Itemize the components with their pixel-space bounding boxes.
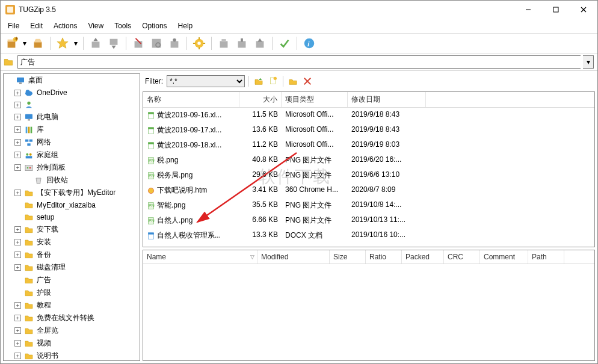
tree-item[interactable]: 护眼 <box>4 286 140 299</box>
tree-item[interactable]: +说明书 <box>4 350 140 361</box>
expand-icon[interactable]: + <box>14 190 21 196</box>
new-file-button[interactable] <box>267 75 279 87</box>
install-button[interactable] <box>167 36 182 51</box>
expand-icon[interactable]: + <box>14 90 21 96</box>
menu-file[interactable]: File <box>3 20 24 32</box>
pathbar: ▾ <box>1 54 597 70</box>
expand-icon[interactable]: + <box>14 139 21 146</box>
archive-col-size[interactable]: Size <box>330 250 366 264</box>
file-row[interactable]: 黄波2019-09-18.xl...11.2 KBMicrosoft Offi.… <box>143 138 594 153</box>
minimize-button[interactable] <box>514 1 542 19</box>
menu-help[interactable]: Help <box>173 20 198 32</box>
file-row[interactable]: PNG智能.png35.5 KBPNG 图片文件2019/10/8 14:... <box>143 198 594 213</box>
maximize-button[interactable] <box>542 1 570 19</box>
file-row[interactable]: 下载吧说明.htm3.41 KB360 Chrome H...2020/8/7 … <box>143 183 594 198</box>
expand-icon[interactable]: + <box>14 353 21 359</box>
extract-button[interactable] <box>106 36 121 51</box>
col-name[interactable]: 名称 <box>143 92 239 107</box>
tree-item[interactable]: setup <box>4 211 140 223</box>
expand-icon[interactable]: + <box>14 114 21 120</box>
file-row[interactable]: PNG税务局.png29.6 KBPNG 图片文件2019/6/6 13:10 <box>143 168 594 183</box>
file-row[interactable]: 自然人税收管理系...13.3 KBDOCX 文档2019/10/16 10:.… <box>143 228 594 243</box>
delete-button[interactable] <box>131 36 146 51</box>
file-row[interactable]: PNG税.png40.8 KBPNG 图片文件2019/6/20 16:... <box>143 153 594 168</box>
archive-col-name[interactable]: Name▽ <box>143 250 257 264</box>
up-folder-button[interactable] <box>253 75 265 87</box>
expand-icon[interactable]: + <box>14 239 21 245</box>
tree-item[interactable]: +网络 <box>4 136 140 149</box>
path-input[interactable] <box>17 55 581 69</box>
expand-icon[interactable]: + <box>14 315 21 321</box>
menu-actions[interactable]: Actions <box>49 20 82 32</box>
favorites-button[interactable] <box>55 36 70 51</box>
archive-col-modified[interactable]: Modified <box>257 250 330 264</box>
file-row[interactable]: 黄波2019-09-16.xl...11.5 KBMicrosoft Offi.… <box>143 108 594 123</box>
archive-contents[interactable]: Name▽ModifiedSizeRatioPackedCRCCommentPa… <box>143 250 595 361</box>
tree-item[interactable]: +安下载 <box>4 223 140 236</box>
menu-tools[interactable]: Tools <box>109 20 136 32</box>
open-archive-button[interactable] <box>31 36 45 51</box>
tree-item[interactable]: +安装 <box>4 236 140 248</box>
tree-item[interactable]: +磁盘清理 <box>4 261 140 274</box>
tree-item[interactable]: +全屏览 <box>4 324 140 337</box>
help-button[interactable]: i <box>302 36 316 51</box>
tree-item[interactable]: +备份 <box>4 248 140 261</box>
file-row[interactable]: PNG自然人.png6.66 KBPNG 图片文件2019/10/13 11:.… <box>143 213 594 228</box>
archive-col-comment[interactable]: Comment <box>480 250 528 264</box>
menu-view[interactable]: View <box>83 20 108 32</box>
tree-item[interactable]: +免费在线文件转换 <box>4 312 140 324</box>
tree-item[interactable]: +家庭组 <box>4 149 140 161</box>
open-folder-button[interactable] <box>287 75 299 87</box>
archive-col-path[interactable]: Path <box>528 250 564 264</box>
new-archive-button[interactable]: ✶ <box>4 36 19 51</box>
archive-col-packed[interactable]: Packed <box>402 250 444 264</box>
filter-select[interactable]: *.* <box>167 75 245 87</box>
menu-options[interactable]: Options <box>137 20 171 32</box>
repair-button[interactable] <box>235 36 249 51</box>
path-dropdown-button[interactable]: ▾ <box>583 55 594 69</box>
tree-item[interactable]: +此电脑 <box>4 111 140 123</box>
tree-item[interactable]: 桌面 <box>4 74 140 87</box>
chevron-down-icon[interactable]: ▾ <box>73 39 78 48</box>
expand-icon[interactable]: + <box>14 302 21 309</box>
col-type[interactable]: 项目类型 <box>282 92 348 107</box>
tree-item[interactable]: +控制面板 <box>4 161 140 174</box>
menu-edit[interactable]: Edit <box>25 20 48 32</box>
expand-icon[interactable]: + <box>14 164 21 171</box>
tree-item[interactable]: + <box>4 99 140 111</box>
col-date[interactable]: 修改日期 <box>348 92 426 107</box>
test-button[interactable] <box>277 36 292 51</box>
chevron-down-icon[interactable]: ▾ <box>22 39 27 48</box>
scan-button[interactable] <box>253 36 267 51</box>
file-size: 6.66 KB <box>239 213 282 228</box>
close-button[interactable] <box>570 1 597 19</box>
add-button[interactable] <box>88 36 103 51</box>
expand-icon[interactable]: + <box>14 126 21 133</box>
archive-col-crc[interactable]: CRC <box>444 250 480 264</box>
tree-item[interactable]: +视频 <box>4 337 140 350</box>
tree-item[interactable]: +【安下载专用】MyEditor <box>4 187 140 199</box>
tree-item[interactable]: 广告 <box>4 274 140 286</box>
tree-item[interactable]: +教程 <box>4 299 140 312</box>
expand-icon[interactable]: + <box>14 152 21 158</box>
tree-item[interactable]: +OneDrive <box>4 87 140 99</box>
folder-tree[interactable]: 桌面+OneDrive++此电脑+库+网络+家庭组+控制面板回收站+【安下载专用… <box>3 73 140 361</box>
col-size[interactable]: 大小 <box>239 92 282 107</box>
file-row[interactable]: 广告.zip201 KB360压缩 ZIP 文...2020/9/22 14:.… <box>143 243 594 247</box>
expand-icon[interactable]: + <box>14 251 21 258</box>
tree-item[interactable]: +库 <box>4 123 140 136</box>
settings-button[interactable] <box>192 36 206 51</box>
expand-icon[interactable]: + <box>14 327 21 334</box>
file-row[interactable]: 黄波2019-09-17.xl...13.6 KBMicrosoft Offi.… <box>143 123 594 138</box>
archive-col-ratio[interactable]: Ratio <box>366 250 402 264</box>
delete-filter-button[interactable] <box>301 75 313 87</box>
expand-icon[interactable]: + <box>14 226 21 233</box>
expand-icon[interactable]: + <box>14 264 21 271</box>
view-button[interactable] <box>149 36 164 51</box>
tree-item[interactable]: MyEditor_xiazaiba <box>4 199 140 211</box>
expand-icon[interactable]: + <box>14 340 21 347</box>
tree-item[interactable]: 回收站 <box>4 174 140 187</box>
expand-icon[interactable]: + <box>14 102 21 108</box>
convert-button[interactable] <box>217 36 231 51</box>
file-list[interactable]: 名称 大小 项目类型 修改日期 黄波2019-09-16.xl...11.5 K… <box>143 91 595 247</box>
